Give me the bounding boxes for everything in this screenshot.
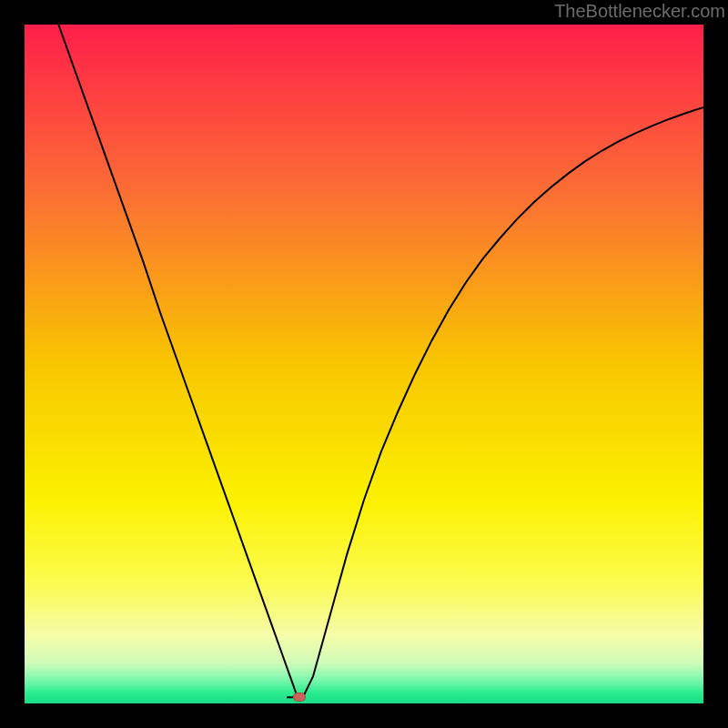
optimal-point-marker bbox=[293, 693, 306, 702]
plot-area bbox=[25, 25, 703, 703]
watermark-text: TheBottlenecker.com bbox=[554, 1, 725, 22]
gradient-background bbox=[25, 25, 703, 703]
chart-svg bbox=[25, 25, 703, 703]
chart-frame: TheBottlenecker.com bbox=[0, 0, 728, 728]
